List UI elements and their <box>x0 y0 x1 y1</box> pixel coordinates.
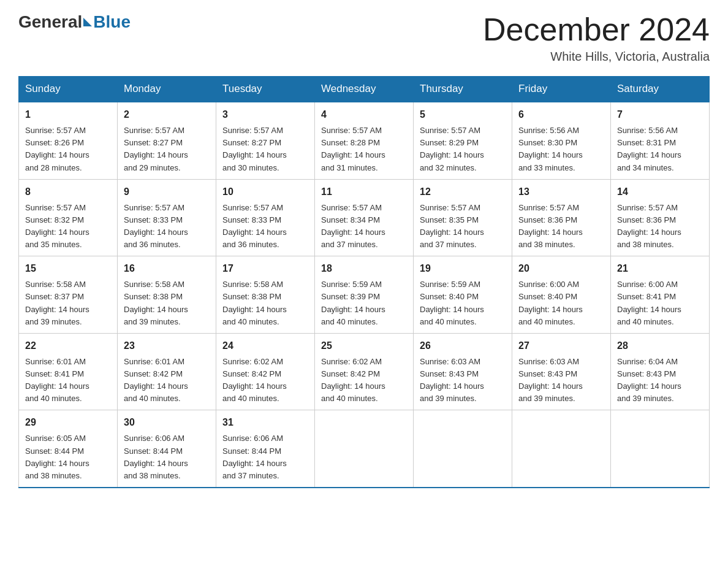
day-info: Sunrise: 5:59 AM Sunset: 8:39 PM Dayligh… <box>321 278 407 328</box>
table-row: 21 Sunrise: 6:00 AM Sunset: 8:41 PM Dayl… <box>611 256 710 334</box>
table-row: 31 Sunrise: 6:06 AM Sunset: 8:44 PM Dayl… <box>216 410 315 488</box>
day-info: Sunrise: 6:00 AM Sunset: 8:40 PM Dayligh… <box>518 278 604 328</box>
title-section: December 2024 White Hills, Victoria, Aus… <box>483 12 710 64</box>
table-row: 30 Sunrise: 6:06 AM Sunset: 8:44 PM Dayl… <box>118 410 216 488</box>
table-row: 24 Sunrise: 6:02 AM Sunset: 8:42 PM Dayl… <box>216 333 315 410</box>
table-row: 16 Sunrise: 5:58 AM Sunset: 8:38 PM Dayl… <box>118 256 216 334</box>
calendar-table: SundayMondayTuesdayWednesdayThursdayFrid… <box>18 76 710 488</box>
day-number: 16 <box>124 261 210 276</box>
day-number: 28 <box>617 339 703 353</box>
day-number: 6 <box>518 107 604 122</box>
day-number: 20 <box>518 261 604 276</box>
day-info: Sunrise: 5:57 AM Sunset: 8:33 PM Dayligh… <box>222 202 308 251</box>
month-title: December 2024 <box>483 12 710 47</box>
day-info: Sunrise: 6:01 AM Sunset: 8:42 PM Dayligh… <box>124 356 210 405</box>
day-number: 26 <box>420 339 506 353</box>
table-row: 3 Sunrise: 5:57 AM Sunset: 8:27 PM Dayli… <box>216 102 315 179</box>
day-number: 12 <box>420 185 506 199</box>
table-row: 13 Sunrise: 5:57 AM Sunset: 8:36 PM Dayl… <box>512 179 611 256</box>
day-info: Sunrise: 6:02 AM Sunset: 8:42 PM Dayligh… <box>222 356 308 405</box>
table-row: 5 Sunrise: 5:57 AM Sunset: 8:29 PM Dayli… <box>414 102 512 179</box>
day-number: 10 <box>222 185 308 199</box>
weekday-header-thursday: Thursday <box>414 77 512 102</box>
day-number: 23 <box>124 339 210 353</box>
table-row: 10 Sunrise: 5:57 AM Sunset: 8:33 PM Dayl… <box>216 179 315 256</box>
day-info: Sunrise: 5:56 AM Sunset: 8:31 PM Dayligh… <box>617 124 703 174</box>
day-number: 7 <box>617 107 703 122</box>
day-info: Sunrise: 6:01 AM Sunset: 8:41 PM Dayligh… <box>25 356 111 405</box>
table-row: 25 Sunrise: 6:02 AM Sunset: 8:42 PM Dayl… <box>315 333 414 410</box>
day-info: Sunrise: 5:58 AM Sunset: 8:38 PM Dayligh… <box>124 278 210 328</box>
table-row: 18 Sunrise: 5:59 AM Sunset: 8:39 PM Dayl… <box>315 256 414 334</box>
day-info: Sunrise: 5:57 AM Sunset: 8:28 PM Dayligh… <box>321 124 407 174</box>
location-subtitle: White Hills, Victoria, Australia <box>483 50 710 64</box>
day-number: 31 <box>222 415 308 430</box>
table-row: 4 Sunrise: 5:57 AM Sunset: 8:28 PM Dayli… <box>315 102 414 179</box>
day-number: 18 <box>321 261 407 276</box>
calendar-week-row: 29 Sunrise: 6:05 AM Sunset: 8:44 PM Dayl… <box>19 410 710 488</box>
table-row <box>315 410 414 488</box>
table-row: 23 Sunrise: 6:01 AM Sunset: 8:42 PM Dayl… <box>118 333 216 410</box>
day-info: Sunrise: 5:59 AM Sunset: 8:40 PM Dayligh… <box>420 278 506 328</box>
day-info: Sunrise: 5:57 AM Sunset: 8:27 PM Dayligh… <box>222 124 308 174</box>
day-number: 27 <box>518 339 604 353</box>
logo-arrow-icon <box>83 18 92 26</box>
day-info: Sunrise: 5:57 AM Sunset: 8:35 PM Dayligh… <box>420 202 506 251</box>
table-row: 19 Sunrise: 5:59 AM Sunset: 8:40 PM Dayl… <box>414 256 512 334</box>
day-number: 2 <box>124 107 210 122</box>
day-info: Sunrise: 6:02 AM Sunset: 8:42 PM Dayligh… <box>321 356 407 405</box>
day-number: 22 <box>25 339 111 353</box>
day-number: 17 <box>222 261 308 276</box>
calendar-week-row: 8 Sunrise: 5:57 AM Sunset: 8:32 PM Dayli… <box>19 179 710 256</box>
table-row: 26 Sunrise: 6:03 AM Sunset: 8:43 PM Dayl… <box>414 333 512 410</box>
table-row: 8 Sunrise: 5:57 AM Sunset: 8:32 PM Dayli… <box>19 179 118 256</box>
table-row: 1 Sunrise: 5:57 AM Sunset: 8:26 PM Dayli… <box>19 102 118 179</box>
day-number: 30 <box>124 415 210 430</box>
day-info: Sunrise: 5:57 AM Sunset: 8:32 PM Dayligh… <box>25 202 111 251</box>
table-row: 2 Sunrise: 5:57 AM Sunset: 8:27 PM Dayli… <box>118 102 216 179</box>
day-info: Sunrise: 5:57 AM Sunset: 8:29 PM Dayligh… <box>420 124 506 174</box>
day-info: Sunrise: 5:57 AM Sunset: 8:34 PM Dayligh… <box>321 202 407 251</box>
table-row: 22 Sunrise: 6:01 AM Sunset: 8:41 PM Dayl… <box>19 333 118 410</box>
day-info: Sunrise: 6:00 AM Sunset: 8:41 PM Dayligh… <box>617 278 703 328</box>
table-row <box>611 410 710 488</box>
day-number: 9 <box>124 185 210 199</box>
table-row: 12 Sunrise: 5:57 AM Sunset: 8:35 PM Dayl… <box>414 179 512 256</box>
day-info: Sunrise: 5:57 AM Sunset: 8:27 PM Dayligh… <box>124 124 210 174</box>
day-number: 19 <box>420 261 506 276</box>
day-info: Sunrise: 5:56 AM Sunset: 8:30 PM Dayligh… <box>518 124 604 174</box>
calendar-week-row: 1 Sunrise: 5:57 AM Sunset: 8:26 PM Dayli… <box>19 102 710 179</box>
day-info: Sunrise: 6:06 AM Sunset: 8:44 PM Dayligh… <box>124 432 210 482</box>
table-row: 7 Sunrise: 5:56 AM Sunset: 8:31 PM Dayli… <box>611 102 710 179</box>
table-row: 11 Sunrise: 5:57 AM Sunset: 8:34 PM Dayl… <box>315 179 414 256</box>
day-info: Sunrise: 6:03 AM Sunset: 8:43 PM Dayligh… <box>420 356 506 405</box>
calendar-week-row: 22 Sunrise: 6:01 AM Sunset: 8:41 PM Dayl… <box>19 333 710 410</box>
day-info: Sunrise: 6:04 AM Sunset: 8:43 PM Dayligh… <box>617 356 703 405</box>
day-info: Sunrise: 6:05 AM Sunset: 8:44 PM Dayligh… <box>25 432 111 482</box>
weekday-header-friday: Friday <box>512 77 611 102</box>
weekday-header-row: SundayMondayTuesdayWednesdayThursdayFrid… <box>19 77 710 102</box>
logo-general-text: General <box>18 12 82 32</box>
logo-blue-text: Blue <box>93 12 131 32</box>
weekday-header-wednesday: Wednesday <box>315 77 414 102</box>
weekday-header-sunday: Sunday <box>19 77 118 102</box>
day-info: Sunrise: 5:57 AM Sunset: 8:26 PM Dayligh… <box>25 124 111 174</box>
table-row: 9 Sunrise: 5:57 AM Sunset: 8:33 PM Dayli… <box>118 179 216 256</box>
weekday-header-monday: Monday <box>118 77 216 102</box>
table-row <box>414 410 512 488</box>
table-row: 27 Sunrise: 6:03 AM Sunset: 8:43 PM Dayl… <box>512 333 611 410</box>
table-row: 17 Sunrise: 5:58 AM Sunset: 8:38 PM Dayl… <box>216 256 315 334</box>
table-row: 14 Sunrise: 5:57 AM Sunset: 8:36 PM Dayl… <box>611 179 710 256</box>
day-number: 13 <box>518 185 604 199</box>
table-row: 6 Sunrise: 5:56 AM Sunset: 8:30 PM Dayli… <box>512 102 611 179</box>
day-number: 24 <box>222 339 308 353</box>
day-number: 5 <box>420 107 506 122</box>
weekday-header-tuesday: Tuesday <box>216 77 315 102</box>
day-number: 1 <box>25 107 111 122</box>
day-number: 15 <box>25 261 111 276</box>
day-number: 21 <box>617 261 703 276</box>
day-number: 11 <box>321 185 407 199</box>
day-number: 3 <box>222 107 308 122</box>
day-info: Sunrise: 5:58 AM Sunset: 8:38 PM Dayligh… <box>222 278 308 328</box>
day-info: Sunrise: 6:06 AM Sunset: 8:44 PM Dayligh… <box>222 432 308 482</box>
